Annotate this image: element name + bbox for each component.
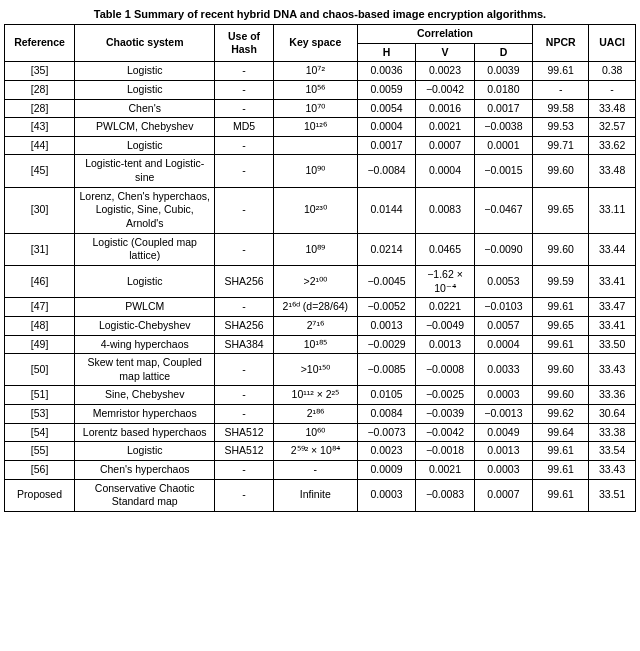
cell-keyspace: 10⁷⁰	[273, 99, 357, 118]
cell-corr-d: 0.0039	[474, 62, 532, 81]
cell-corr-h: 0.0144	[357, 187, 415, 233]
cell-chaotic: Logistic	[75, 136, 215, 155]
cell-uaci: 33.41	[589, 316, 636, 335]
cell-chaotic: Logistic	[75, 442, 215, 461]
cell-chaotic: Memristor hyperchaos	[75, 405, 215, 424]
table-row: [50]Skew tent map, Coupled map lattice->…	[5, 354, 636, 386]
cell-reference: [54]	[5, 423, 75, 442]
cell-npcr: 99.62	[533, 405, 589, 424]
header-reference: Reference	[5, 25, 75, 62]
cell-corr-v: 0.0016	[416, 99, 474, 118]
table-row: [48]Logistic-ChebyshevSHA2562⁷¹⁶0.0013−0…	[5, 316, 636, 335]
cell-corr-d: 0.0003	[474, 386, 532, 405]
cell-uaci: 33.43	[589, 354, 636, 386]
cell-chaotic: Lorenz, Chen's hyperchaos, Logistic, Sin…	[75, 187, 215, 233]
cell-npcr: 99.61	[533, 479, 589, 511]
cell-corr-h: 0.0054	[357, 99, 415, 118]
cell-reference: [44]	[5, 136, 75, 155]
cell-reference: [28]	[5, 99, 75, 118]
cell-hash: SHA256	[215, 265, 273, 297]
cell-corr-v: −0.0042	[416, 423, 474, 442]
table-row: [30]Lorenz, Chen's hyperchaos, Logistic,…	[5, 187, 636, 233]
cell-uaci: 33.36	[589, 386, 636, 405]
cell-npcr: 99.61	[533, 461, 589, 480]
table-row: [28]Chen's-10⁷⁰0.00540.00160.001799.5833…	[5, 99, 636, 118]
cell-reference: [47]	[5, 298, 75, 317]
cell-hash: -	[215, 187, 273, 233]
cell-keyspace: 2⁵⁹² × 10⁸⁴	[273, 442, 357, 461]
table-row: [35]Logistic-10⁷²0.00360.00230.003999.61…	[5, 62, 636, 81]
cell-corr-v: 0.0007	[416, 136, 474, 155]
cell-corr-v: −0.0008	[416, 354, 474, 386]
cell-corr-d: −0.0103	[474, 298, 532, 317]
header-chaotic: Chaotic system	[75, 25, 215, 62]
cell-keyspace	[273, 136, 357, 155]
cell-reference: Proposed	[5, 479, 75, 511]
table-row: [53]Memristor hyperchaos-2¹⁸⁶0.0084−0.00…	[5, 405, 636, 424]
cell-chaotic: Logistic (Coupled map lattice)	[75, 233, 215, 265]
cell-chaotic: Chen's	[75, 99, 215, 118]
cell-hash: SHA512	[215, 423, 273, 442]
cell-keyspace: 10⁹⁰	[273, 155, 357, 187]
cell-uaci: 33.51	[589, 479, 636, 511]
header-use-hash: Use of Hash	[215, 25, 273, 62]
cell-corr-d: −0.0090	[474, 233, 532, 265]
cell-corr-d: 0.0049	[474, 423, 532, 442]
cell-keyspace: 10¹²⁶	[273, 118, 357, 137]
cell-corr-v: 0.0004	[416, 155, 474, 187]
header-corr-v: V	[416, 43, 474, 62]
cell-hash: -	[215, 298, 273, 317]
cell-npcr: 99.71	[533, 136, 589, 155]
table-row: [49]4-wing hyperchaosSHA38410¹⁸⁵−0.00290…	[5, 335, 636, 354]
table-row: ProposedConservative Chaotic Standard ma…	[5, 479, 636, 511]
cell-corr-h: 0.0059	[357, 80, 415, 99]
cell-keyspace: 10⁷²	[273, 62, 357, 81]
cell-corr-v: 0.0221	[416, 298, 474, 317]
cell-hash: -	[215, 99, 273, 118]
cell-hash: -	[215, 354, 273, 386]
header-row-1: Reference Chaotic system Use of Hash Key…	[5, 25, 636, 44]
cell-corr-h: 0.0023	[357, 442, 415, 461]
cell-corr-d: 0.0057	[474, 316, 532, 335]
table-row: [56]Chen's hyperchaos--0.00090.00210.000…	[5, 461, 636, 480]
cell-hash: -	[215, 479, 273, 511]
cell-corr-v: 0.0021	[416, 461, 474, 480]
cell-uaci: 33.44	[589, 233, 636, 265]
cell-npcr: 99.60	[533, 354, 589, 386]
cell-npcr: 99.61	[533, 62, 589, 81]
cell-uaci: 33.47	[589, 298, 636, 317]
cell-hash: -	[215, 62, 273, 81]
cell-reference: [53]	[5, 405, 75, 424]
cell-reference: [56]	[5, 461, 75, 480]
cell-hash: MD5	[215, 118, 273, 137]
cell-chaotic: Logistic-Chebyshev	[75, 316, 215, 335]
cell-corr-v: −0.0025	[416, 386, 474, 405]
cell-npcr: 99.59	[533, 265, 589, 297]
cell-chaotic: Logistic	[75, 80, 215, 99]
cell-uaci: 33.54	[589, 442, 636, 461]
cell-keyspace: Infinite	[273, 479, 357, 511]
cell-reference: [31]	[5, 233, 75, 265]
cell-corr-v: −0.0042	[416, 80, 474, 99]
cell-corr-v: 0.0013	[416, 335, 474, 354]
header-key-space: Key space	[273, 25, 357, 62]
cell-chaotic: Logistic-tent and Logistic-sine	[75, 155, 215, 187]
cell-chaotic: PWLCM	[75, 298, 215, 317]
cell-npcr: 99.61	[533, 335, 589, 354]
table-row: [28]Logistic-10⁵⁶0.0059−0.00420.0180--	[5, 80, 636, 99]
cell-hash: SHA384	[215, 335, 273, 354]
cell-npcr: 99.61	[533, 442, 589, 461]
cell-chaotic: Conservative Chaotic Standard map	[75, 479, 215, 511]
cell-chaotic: Lorentz based hyperchaos	[75, 423, 215, 442]
cell-hash: -	[215, 386, 273, 405]
cell-reference: [55]	[5, 442, 75, 461]
cell-npcr: 99.58	[533, 99, 589, 118]
cell-corr-v: −0.0083	[416, 479, 474, 511]
cell-chaotic: PWLCM, Chebyshev	[75, 118, 215, 137]
cell-corr-h: −0.0073	[357, 423, 415, 442]
cell-keyspace: 2¹⁶ᵈ (d=28/64)	[273, 298, 357, 317]
cell-corr-h: 0.0017	[357, 136, 415, 155]
cell-corr-v: 0.0465	[416, 233, 474, 265]
cell-keyspace: >2¹⁰⁰	[273, 265, 357, 297]
cell-corr-h: 0.0214	[357, 233, 415, 265]
